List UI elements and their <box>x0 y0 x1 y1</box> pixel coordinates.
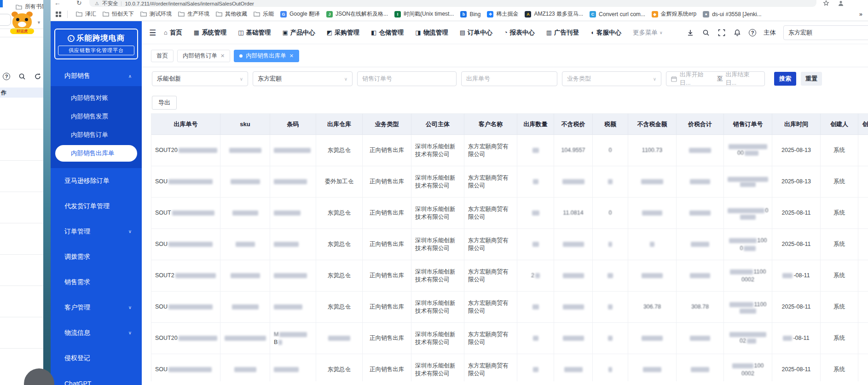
sales-order-placeholder: 销售订单号 <box>362 75 392 83</box>
reset-button[interactable]: 重置 <box>801 72 822 86</box>
help-icon[interactable]: ? <box>749 29 756 36</box>
help-icon[interactable]: ? <box>3 73 10 80</box>
sidebar-item-内部销售发票[interactable]: 内部销售发票 <box>51 107 142 126</box>
nav-item-物流管理[interactable]: ◨物流管理 <box>415 29 448 37</box>
nav-item-广告刊登[interactable]: ▥广告刊登 <box>546 29 579 37</box>
sidebar-item-订单管理[interactable]: 订单管理∨ <box>51 219 142 244</box>
nav-item-产品中心[interactable]: ▣产品中心 <box>282 29 315 37</box>
download-icon[interactable] <box>686 29 694 37</box>
table-cell-price <box>554 292 593 323</box>
search-icon[interactable] <box>18 73 26 80</box>
sidebar-item-内部销售订单[interactable]: 内部销售订单 <box>51 126 142 144</box>
sidebar-item-内部销售出库单[interactable]: 内部销售出库单 <box>55 145 137 162</box>
close-icon[interactable]: ✕ <box>220 53 225 59</box>
bookmark-item[interactable]: CConvert curl com... <box>587 10 648 18</box>
bookmark-item[interactable]: ●ds-ui #3558 [Jenki... <box>700 10 764 18</box>
fullscreen-icon[interactable] <box>718 29 726 37</box>
table-cell-sku <box>220 323 270 354</box>
report-center-icon: ◔ <box>504 29 508 36</box>
nav-item-客服中心[interactable]: ◖客服中心 <box>590 29 621 37</box>
background-window: 所有书签 好运虎 ▼ ? 作 <box>0 0 44 385</box>
table-cell-total <box>677 323 724 354</box>
juejin-icon: ❖ <box>487 11 493 18</box>
biz-type-select[interactable]: 业务类型 ∨ <box>562 71 661 86</box>
sidebar-item-代发货订单管理[interactable]: 代发货订单管理 <box>51 193 142 219</box>
redacted-text <box>274 148 311 153</box>
refresh-icon[interactable] <box>34 73 41 80</box>
company-select[interactable]: 乐能创新 ∨ <box>152 71 248 86</box>
tab-内部销售订单[interactable]: 内部销售订单✕ <box>177 50 230 62</box>
redacted-text <box>608 242 612 247</box>
sales-order-input[interactable]: 销售订单号 <box>357 71 457 86</box>
close-icon[interactable]: ✕ <box>289 53 294 59</box>
sidebar-item-物流信息[interactable]: 物流信息∨ <box>51 320 142 345</box>
sidebar-item-内部销售对账[interactable]: 内部销售对账 <box>51 89 142 107</box>
sidebar-item-调拨需求[interactable]: 调拨需求 <box>51 244 142 269</box>
nav-more-menu[interactable]: 更多菜单∨ <box>633 29 663 37</box>
back-icon[interactable]: ← <box>54 0 61 6</box>
nav-item-首页[interactable]: ⌂首页 <box>164 29 182 37</box>
sidebar-item-销售需求[interactable]: 销售需求 <box>51 269 142 295</box>
bookmark-item[interactable]: 泽汇 <box>73 9 99 19</box>
nav-item-订单中心[interactable]: ▤订单中心 <box>460 29 492 37</box>
redacted-text <box>563 242 584 247</box>
bookmark-item[interactable]: AAMZ123 最多亚马... <box>522 9 586 19</box>
subject-label: 主体 <box>764 29 776 37</box>
tab-内部销售出库单[interactable]: 内部销售出库单✕ <box>234 50 299 62</box>
bookmark-item[interactable]: ❖稀土掘金 <box>484 9 521 19</box>
export-button[interactable]: 导出 <box>152 96 177 110</box>
redacted-text <box>562 179 584 184</box>
date-range-picker[interactable]: 出库开始日... 至 出库结束日... <box>666 71 765 86</box>
sidebar-item-ChatGPT[interactable]: ChatGPT <box>51 371 142 385</box>
avatar-caret-icon[interactable]: ▼ <box>37 20 41 25</box>
redacted-text <box>690 336 710 341</box>
notification-bell-icon[interactable] <box>733 29 741 37</box>
table-cell-price: 104.9557 <box>554 135 593 166</box>
all-bookmarks[interactable]: 所有书签 <box>16 3 44 11</box>
bookmark-item[interactable]: 恒创天下 <box>100 9 137 19</box>
profile-icon[interactable] <box>838 0 844 6</box>
bookmark-item[interactable]: 其他收藏 <box>213 9 250 19</box>
sidebar-item-客户管理[interactable]: 客户管理∨ <box>51 295 142 320</box>
search-icon[interactable] <box>702 29 710 37</box>
table-cell-tax <box>593 166 628 198</box>
customer-select[interactable]: 东方宏願 ∨ <box>253 71 353 86</box>
bookmark-item[interactable]: bBing <box>457 10 483 18</box>
table-cell-wh: 东莞总仓 <box>316 292 363 323</box>
address-bar[interactable]: ⚠ 不安全 10.0.7.211/#/order/internalSales/i… <box>89 0 816 7</box>
bookmark-item[interactable]: ◆金辉煌系统erp <box>649 9 699 19</box>
nav-item-基础管理[interactable]: ◫基础管理 <box>238 29 271 37</box>
apps-grid-icon[interactable] <box>55 11 62 18</box>
bookmark-item[interactable]: I时间戳(Unix timest... <box>392 9 457 19</box>
table-cell-sku <box>220 198 270 229</box>
sidebar-item-侵权登记[interactable]: 侵权登记 <box>51 345 142 371</box>
bookmarks-overflow-icon[interactable]: » <box>859 11 863 18</box>
bookmark-item[interactable]: GGoogle 翻译 <box>278 9 323 19</box>
bookmark-item[interactable]: JJSON在线解析及格... <box>324 9 391 19</box>
redacted-text <box>745 151 758 156</box>
redacted-text <box>232 304 259 309</box>
search-button[interactable]: 搜索 <box>774 72 796 86</box>
table-cell-tax <box>593 260 628 292</box>
bookmark-label: AMZ123 最多亚马... <box>534 10 583 18</box>
sidebar-group-内部销售[interactable]: 内部销售∧ <box>51 66 142 86</box>
redacted-text <box>747 338 756 344</box>
out-order-input[interactable]: 出库单号 <box>461 71 557 86</box>
avatar[interactable]: 好运虎 <box>10 12 34 35</box>
subject-input[interactable]: 东方宏願 <box>783 25 868 40</box>
bookmark-item[interactable]: 测试环境 <box>138 9 174 19</box>
nav-item-系统管理[interactable]: ▦系统管理 <box>194 29 226 37</box>
bookmark-item[interactable]: 生产环境 <box>175 9 212 19</box>
bookmark-item[interactable]: 乐能 <box>251 9 277 19</box>
tab-首页[interactable]: 首页 <box>151 50 174 62</box>
nav-item-采购管理[interactable]: ◩采购管理 <box>327 29 359 37</box>
bookmark-star-icon[interactable] <box>823 0 829 6</box>
bookmark-label: 生产环境 <box>187 10 209 18</box>
redacted-text <box>608 273 613 278</box>
collapse-menu-icon[interactable]: ☰ <box>149 28 156 38</box>
table-cell-qty <box>517 229 554 260</box>
sidebar-item-亚马逊移除订单[interactable]: 亚马逊移除订单 <box>51 168 142 193</box>
nav-item-报表中心[interactable]: ◔报表中心 <box>504 29 535 37</box>
reload-icon[interactable]: ↻ <box>76 0 82 6</box>
nav-item-仓储管理[interactable]: ◧仓储管理 <box>371 29 404 37</box>
